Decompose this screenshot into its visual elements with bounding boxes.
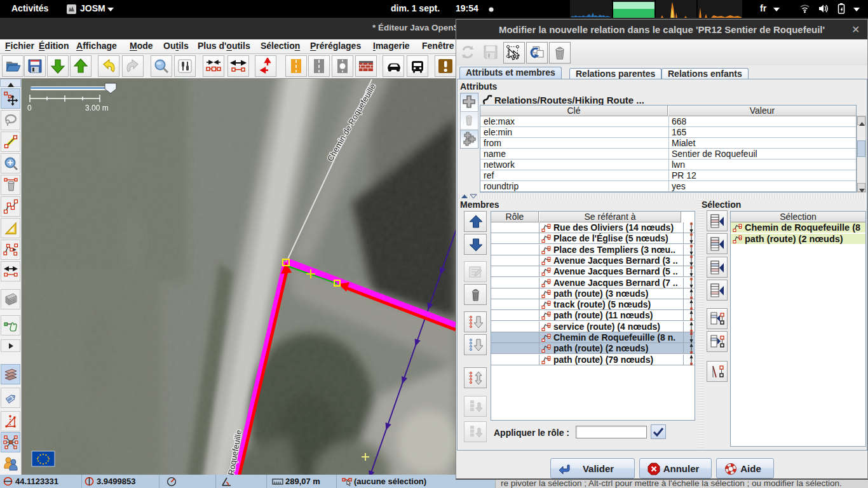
- svg-text:3.00 m: 3.00 m: [85, 104, 109, 112]
- svg-text:0: 0: [27, 104, 32, 112]
